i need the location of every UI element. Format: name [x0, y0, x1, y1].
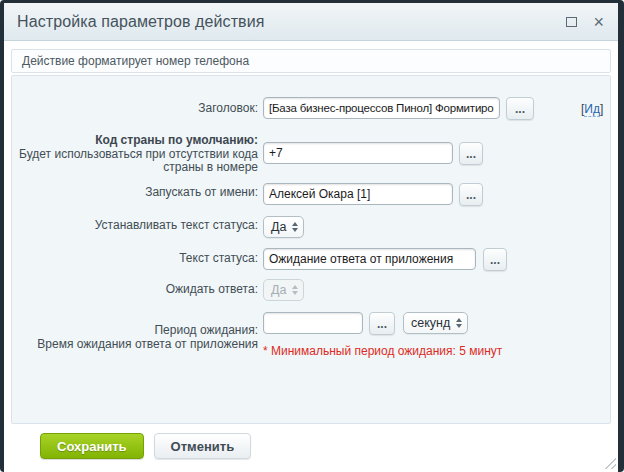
wait-period-unit-value: секунд [411, 316, 450, 330]
stepper-arrows-icon [292, 222, 298, 232]
status-text-input[interactable] [263, 248, 476, 270]
wait-response-value: Да [271, 283, 286, 297]
wait-period-label: Период ожидания: Время ожидания ответа о… [12, 324, 258, 351]
run-as-input[interactable] [263, 183, 453, 205]
country-code-input[interactable] [263, 142, 453, 164]
dialog-content: Действие форматирует номер телефона Заго… [4, 41, 618, 472]
run-as-browse-button[interactable]: ... [459, 183, 483, 206]
close-icon[interactable]: × [593, 15, 604, 29]
insert-id-link[interactable]: [Ид] [581, 102, 603, 116]
stepper-arrows-icon [456, 318, 462, 328]
country-code-label-desc: Будет использоваться при отсутствии кода… [12, 148, 258, 175]
window-controls: × [566, 15, 608, 29]
dialog-title: Настройка параметров действия [17, 13, 566, 31]
title-browse-button[interactable]: ... [506, 97, 534, 120]
country-code-browse-button[interactable]: ... [459, 142, 483, 165]
set-status-text-select[interactable]: Да [263, 216, 304, 238]
id-link-text[interactable]: Ид [584, 102, 600, 117]
wait-period-input[interactable] [263, 312, 363, 334]
set-status-text-value: Да [271, 220, 286, 234]
run-as-label: Запускать от имени: [12, 186, 258, 200]
id-bracket-close: ] [600, 102, 603, 116]
save-button[interactable]: Сохранить [40, 433, 144, 459]
title-label: Заголовок: [12, 102, 258, 116]
cancel-button[interactable]: Отменить [154, 433, 252, 459]
wait-response-label: Ожидать ответа: [12, 283, 258, 297]
wait-period-browse-button[interactable]: ... [369, 312, 395, 335]
maximize-icon[interactable] [566, 17, 577, 27]
set-status-text-label: Устанавливать текст статуса: [12, 219, 258, 233]
dialog-inner: Настройка параметров действия × Действие… [4, 3, 618, 472]
dialog-titlebar: Настройка параметров действия × [4, 3, 618, 41]
title-input[interactable] [263, 97, 500, 119]
country-code-label: Код страны по умолчанию: Будет использов… [12, 134, 258, 175]
dialog-footer: Сохранить Отменить [11, 424, 611, 472]
parameters-form: Заголовок: ... [Ид] Код страны по умолча… [11, 75, 611, 424]
country-code-label-title: Код страны по умолчанию: [95, 133, 258, 147]
dialog-window: Настройка параметров действия × Действие… [0, 0, 624, 472]
wait-period-label-title: Период ожидания: [12, 324, 258, 338]
stepper-arrows-icon [292, 285, 298, 295]
action-description: Действие форматирует номер телефона [11, 49, 611, 73]
min-period-warning: * Минимальный период ожидания: 5 минут [263, 344, 502, 358]
wait-period-label-desc: Время ожидания ответа от приложения [12, 338, 258, 352]
status-text-browse-button[interactable]: ... [483, 248, 507, 271]
wait-period-unit-select[interactable]: секунд [403, 312, 468, 334]
wait-response-select-disabled: Да [263, 279, 304, 301]
status-text-label: Текст статуса: [12, 252, 258, 266]
